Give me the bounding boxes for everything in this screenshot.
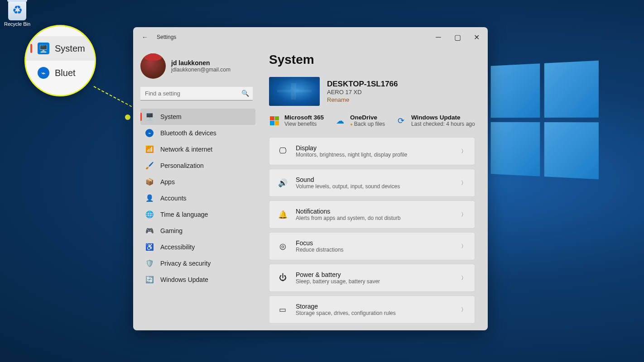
storage-icon: ▭ xyxy=(278,305,288,314)
settings-window: ← Settings ─ ▢ ✕ jd laukkonen jdlaukkone… xyxy=(133,27,488,330)
sidebar-item-gaming[interactable]: 🎮Gaming xyxy=(140,223,255,239)
sidebar: jd laukkonen jdlaukkonen@gmail.com 🔍 🖥️S… xyxy=(133,47,260,330)
callout-leader-line xyxy=(94,86,132,107)
sidebar-item-label: Gaming xyxy=(160,227,183,234)
sidebar-item-personalization[interactable]: 🖌️Personalization xyxy=(140,157,255,174)
device-thumb xyxy=(269,77,320,106)
status-title: Microsoft 365 xyxy=(284,114,324,121)
user-profile[interactable]: jd laukkonen jdlaukkonen@gmail.com xyxy=(140,51,255,85)
page-heading: System xyxy=(269,52,475,67)
notifications-icon: 🔔 xyxy=(278,210,288,219)
callout-magnifier: 🖥️ System ⌁ Bluet xyxy=(24,25,96,96)
search-icon: 🔍 xyxy=(241,90,249,97)
bluetooth-icon: ⌁ xyxy=(38,67,49,79)
chevron-right-icon: 〉 xyxy=(461,179,466,187)
card-sub: Reduce distractions xyxy=(296,247,461,253)
card-sub: Volume levels, output, input, sound devi… xyxy=(296,183,461,190)
sidebar-item-label: System xyxy=(160,113,182,120)
status-title: OneDrive xyxy=(350,114,385,121)
card-title: Storage xyxy=(296,303,461,310)
settings-card-focus[interactable]: ◎FocusReduce distractions〉 xyxy=(269,232,475,260)
apps-icon: 📦 xyxy=(145,177,154,186)
user-name: jd laukkonen xyxy=(171,59,231,67)
power-battery-icon: ⏻ xyxy=(278,273,288,283)
wallpaper-windows-logo xyxy=(491,61,599,180)
sidebar-item-label: Privacy & security xyxy=(160,260,211,267)
sidebar-item-label: Accessibility xyxy=(160,243,195,251)
window-title: Settings xyxy=(157,34,429,40)
recycle-bin-icon xyxy=(8,1,26,20)
card-sub: Monitors, brightness, night light, displ… xyxy=(296,152,461,158)
settings-card-storage[interactable]: ▭StorageStorage space, drives, configura… xyxy=(269,295,475,324)
sidebar-item-time-language[interactable]: 🌐Time & language xyxy=(140,206,255,223)
minimize-button[interactable]: ─ xyxy=(429,30,448,44)
chevron-right-icon: 〉 xyxy=(461,306,466,314)
close-button[interactable]: ✕ xyxy=(467,30,486,44)
main-panel: System DESKTOP-1SL1766 AERO 17 XD Rename… xyxy=(260,47,488,330)
system-icon: 🖥️ xyxy=(145,112,154,121)
chevron-right-icon: 〉 xyxy=(461,148,466,155)
sidebar-item-network-internet[interactable]: 📶Network & internet xyxy=(140,141,255,157)
status-windows-update[interactable]: ⟳ Windows Update Last checked: 4 hours a… xyxy=(396,114,475,127)
focus-icon: ◎ xyxy=(278,241,288,251)
chevron-right-icon: 〉 xyxy=(461,243,466,250)
sidebar-item-apps[interactable]: 📦Apps xyxy=(140,174,255,190)
sidebar-item-accounts[interactable]: 👤Accounts xyxy=(140,190,255,206)
device-model: AERO 17 XD xyxy=(327,89,398,95)
card-sub: Storage space, drives, configuration rul… xyxy=(296,310,461,316)
rename-link[interactable]: Rename xyxy=(327,96,349,103)
callout-bluetooth-label: Bluet xyxy=(55,68,76,78)
card-title: Sound xyxy=(296,176,461,183)
status-sub: Back up files xyxy=(350,121,385,127)
sidebar-item-label: Apps xyxy=(160,178,175,186)
device-name: DESKTOP-1SL1766 xyxy=(327,80,398,89)
settings-card-display[interactable]: 🖵DisplayMonitors, brightness, night ligh… xyxy=(269,137,475,165)
user-email: jdlaukkonen@gmail.com xyxy=(171,67,231,73)
sidebar-item-bluetooth-devices[interactable]: ⌁Bluetooth & devices xyxy=(140,125,255,141)
card-sub: Sleep, battery usage, battery saver xyxy=(296,278,461,285)
sidebar-item-windows-update[interactable]: 🔄Windows Update xyxy=(140,272,255,288)
avatar xyxy=(140,53,166,79)
settings-card-power-battery[interactable]: ⏻Power & batterySleep, battery usage, ba… xyxy=(269,264,475,292)
recycle-bin-desktop-icon[interactable]: Recycle Bin xyxy=(4,1,31,27)
sidebar-item-label: Accounts xyxy=(160,195,187,202)
maximize-button[interactable]: ▢ xyxy=(448,30,467,44)
settings-card-sound[interactable]: 🔊SoundVolume levels, output, input, soun… xyxy=(269,169,475,197)
sound-icon: 🔊 xyxy=(278,178,288,188)
gaming-icon: 🎮 xyxy=(145,226,154,235)
bluetooth-devices-icon: ⌁ xyxy=(145,129,154,138)
onedrive-icon: ☁ xyxy=(335,115,346,126)
sidebar-item-label: Personalization xyxy=(160,162,204,169)
device-row: DESKTOP-1SL1766 AERO 17 XD Rename xyxy=(269,77,475,106)
chevron-right-icon: 〉 xyxy=(461,274,466,282)
card-title: Display xyxy=(296,144,461,152)
sidebar-item-label: Time & language xyxy=(160,211,208,218)
status-microsoft365[interactable]: Microsoft 365 View benefits xyxy=(269,114,324,127)
windows-update-icon: ⟳ xyxy=(396,115,407,126)
card-title: Focus xyxy=(296,239,461,247)
sidebar-item-label: Bluetooth & devices xyxy=(160,129,216,137)
privacy-security-icon: 🛡️ xyxy=(145,259,154,268)
accessibility-icon: ♿ xyxy=(145,243,154,252)
system-icon: 🖥️ xyxy=(38,43,49,54)
search-input[interactable] xyxy=(140,87,253,100)
callout-anchor-dot xyxy=(125,114,130,120)
sidebar-item-privacy-security[interactable]: 🛡️Privacy & security xyxy=(140,255,255,272)
personalization-icon: 🖌️ xyxy=(145,161,154,170)
status-onedrive[interactable]: ☁ OneDrive Back up files xyxy=(335,114,385,127)
microsoft365-icon xyxy=(269,115,280,126)
display-icon: 🖵 xyxy=(278,146,288,156)
network-internet-icon: 📶 xyxy=(145,145,154,154)
selected-marker xyxy=(30,44,32,53)
back-button[interactable]: ← xyxy=(139,32,150,43)
sidebar-item-system[interactable]: 🖥️System xyxy=(140,109,255,125)
sidebar-item-accessibility[interactable]: ♿Accessibility xyxy=(140,239,255,255)
status-row: Microsoft 365 View benefits ☁ OneDrive B… xyxy=(269,114,475,127)
sidebar-item-label: Network & internet xyxy=(160,146,212,153)
search-container: 🔍 xyxy=(140,87,253,100)
chevron-right-icon: 〉 xyxy=(461,211,466,219)
status-sub: View benefits xyxy=(284,121,324,127)
windows-update-icon: 🔄 xyxy=(145,275,154,284)
settings-card-notifications[interactable]: 🔔NotificationsAlerts from apps and syste… xyxy=(269,200,475,229)
time-language-icon: 🌐 xyxy=(145,210,154,219)
